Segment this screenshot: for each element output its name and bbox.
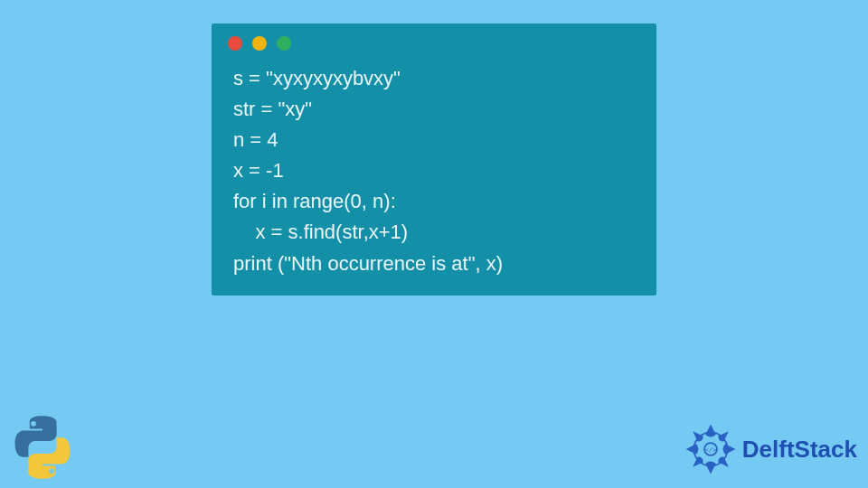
code-line: for i in range(0, n): (233, 186, 635, 217)
svg-text:</>: </> (705, 446, 717, 454)
code-line: str = "xy" (233, 94, 635, 125)
maximize-icon[interactable] (277, 36, 291, 51)
code-block: s = "xyxyxyxybvxy" str = "xy" n = 4 x = … (212, 58, 656, 279)
python-icon (7, 412, 78, 483)
delftstack-label: DelftStack (742, 436, 857, 464)
code-line: x = -1 (233, 155, 635, 186)
close-icon[interactable] (228, 36, 242, 51)
minimize-icon[interactable] (252, 36, 267, 51)
code-line: x = s.find(str,x+1) (233, 217, 635, 248)
delftstack-branding: </> DelftStack (684, 423, 857, 475)
window-titlebar (212, 23, 656, 58)
code-window: s = "xyxyxyxybvxy" str = "xy" n = 4 x = … (212, 23, 656, 296)
code-line: s = "xyxyxyxybvxy" (233, 63, 635, 94)
delftstack-logo-icon: </> (684, 423, 737, 475)
code-line: print ("Nth occurrence is at", x) (233, 249, 635, 279)
code-line: n = 4 (233, 125, 635, 155)
